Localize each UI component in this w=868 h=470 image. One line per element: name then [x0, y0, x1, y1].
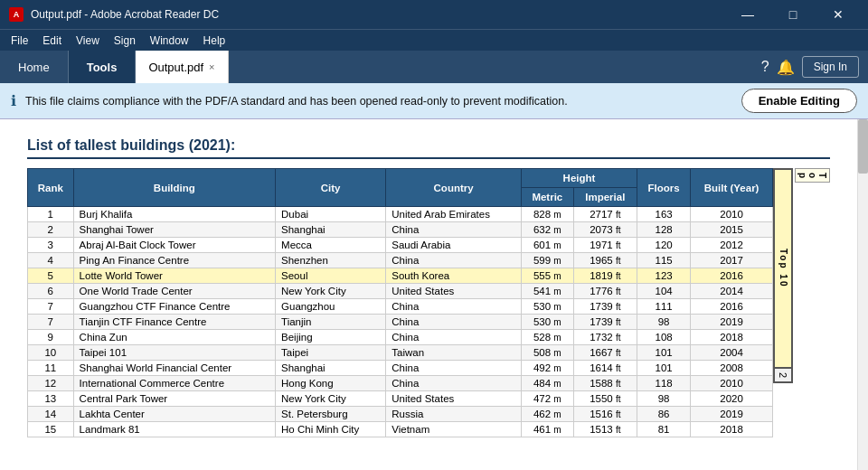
cell-metric: 828 m [521, 207, 573, 222]
cell-imperial: 1971 ft [573, 238, 637, 253]
cell-year: 2008 [691, 361, 773, 376]
cell-imperial: 1516 ft [573, 407, 637, 422]
cell-year: 2010 [691, 207, 773, 222]
cell-floors: 128 [637, 222, 690, 238]
cell-imperial: 2073 ft [573, 222, 637, 238]
menu-help[interactable]: Help [196, 33, 233, 49]
cell-metric: 472 m [521, 391, 573, 407]
tab-close-button[interactable]: × [209, 61, 214, 72]
info-bar: ℹ This file claims compliance with the P… [0, 83, 868, 119]
cell-city: Hong Kong [276, 376, 386, 391]
cell-building: Ping An Finance Centre [73, 253, 275, 268]
cell-year: 2004 [691, 345, 773, 361]
col-height-group: Height [521, 169, 637, 188]
menu-window[interactable]: Window [143, 33, 196, 49]
cell-rank: 13 [28, 391, 74, 407]
cell-rank: 6 [28, 284, 74, 299]
help-icon[interactable]: ? [761, 59, 769, 75]
cell-city: Guangzhou [276, 299, 386, 315]
col-country: Country [386, 169, 522, 207]
table-row: 14 Lakhta Center St. Petersburg Russia 4… [28, 407, 773, 422]
cell-year: 2015 [691, 222, 773, 238]
app-icon: A [9, 7, 24, 22]
tab-output-pdf[interactable]: Output.pdf × [136, 51, 228, 83]
scrollbar[interactable] [857, 119, 868, 470]
col-building: Building [73, 169, 275, 207]
cell-country: China [386, 376, 522, 391]
cell-year: 2018 [691, 422, 773, 437]
col-metric: Metric [521, 188, 573, 207]
cell-metric: 555 m [521, 268, 573, 284]
title-bar: A Output.pdf - Adobe Acrobat Reader DC —… [0, 0, 868, 29]
cell-floors: 111 [637, 299, 690, 315]
cell-country: China [386, 253, 522, 268]
cell-building: Lotte World Tower [73, 268, 275, 284]
cell-floors: 104 [637, 284, 690, 299]
cell-building: Taipei 101 [73, 345, 275, 361]
table-row: 9 China Zun Beijing China 528 m 1732 ft … [28, 330, 773, 345]
cell-rank: 7 [28, 315, 74, 330]
window-controls: — □ ✕ [727, 0, 859, 29]
cell-metric: 530 m [521, 315, 573, 330]
maximize-button[interactable]: □ [772, 0, 814, 29]
cell-metric: 462 m [521, 407, 573, 422]
cell-city: Shanghai [276, 222, 386, 238]
info-message: This file claims compliance with the PDF… [25, 95, 732, 108]
cell-country: China [386, 299, 522, 315]
cell-floors: 101 [637, 361, 690, 376]
scrollbar-thumb[interactable] [858, 119, 868, 174]
menu-sign[interactable]: Sign [107, 33, 143, 49]
cell-floors: 120 [637, 238, 690, 253]
minimize-button[interactable]: — [727, 0, 769, 29]
cell-metric: 484 m [521, 376, 573, 391]
cell-rank: 12 [28, 376, 74, 391]
enable-editing-button[interactable]: Enable Editing [741, 89, 857, 113]
cell-rank: 5 [28, 268, 74, 284]
cell-year: 2019 [691, 407, 773, 422]
cell-year: 2017 [691, 253, 773, 268]
cell-city: Mecca [276, 238, 386, 253]
table-row: 3 Abraj Al-Bait Clock Tower Mecca Saudi … [28, 238, 773, 253]
table-row: 6 One World Trade Center New York City U… [28, 284, 773, 299]
cell-year: 2019 [691, 315, 773, 330]
table-row: 12 International Commerce Centre Hong Ko… [28, 376, 773, 391]
app-title: Output.pdf - Adobe Acrobat Reader DC [31, 8, 219, 21]
cell-floors: 81 [637, 422, 690, 437]
cell-imperial: 1965 ft [573, 253, 637, 268]
col-year: Built (Year) [691, 169, 773, 207]
cell-city: Beijing [276, 330, 386, 345]
cell-imperial: 1732 ft [573, 330, 637, 345]
tab-home[interactable]: Home [0, 51, 69, 83]
table-row: 13 Central Park Tower New York City Unit… [28, 391, 773, 407]
table-row: 11 Shanghai World Financial Center Shang… [28, 361, 773, 376]
notification-icon[interactable]: 🔔 [777, 59, 795, 76]
sign-in-button[interactable]: Sign In [802, 56, 859, 78]
menu-view[interactable]: View [69, 33, 107, 49]
group2-side-label: 2 [775, 369, 791, 381]
top10-side-label: Top 10 [775, 170, 791, 369]
table-row: 2 Shanghai Tower Shanghai China 632 m 20… [28, 222, 773, 238]
tab-tools[interactable]: Tools [69, 51, 137, 83]
cell-imperial: 1513 ft [573, 422, 637, 437]
cell-country: Taiwan [386, 345, 522, 361]
menu-edit[interactable]: Edit [35, 33, 69, 49]
cell-city: Dubai [276, 207, 386, 222]
cell-country: United Arab Emirates [386, 207, 522, 222]
cell-rank: 9 [28, 330, 74, 345]
cell-imperial: 1550 ft [573, 391, 637, 407]
cell-country: China [386, 222, 522, 238]
cell-city: New York City [276, 284, 386, 299]
cell-year: 2020 [691, 391, 773, 407]
tab-file-name: Output.pdf [148, 61, 203, 74]
menu-file[interactable]: File [4, 33, 35, 49]
table-row: 1 Burj Khalifa Dubai United Arab Emirate… [28, 207, 773, 222]
cell-city: New York City [276, 391, 386, 407]
close-button[interactable]: ✕ [817, 0, 859, 29]
cell-country: Vietnam [386, 422, 522, 437]
table-row: 10 Taipei 101 Taipei Taiwan 508 m 1667 f… [28, 345, 773, 361]
info-icon: ℹ [11, 92, 16, 109]
cell-metric: 599 m [521, 253, 573, 268]
table-row: 7 Tianjin CTF Finance Centre Tianjin Chi… [28, 315, 773, 330]
table-row: 4 Ping An Finance Centre Shenzhen China … [28, 253, 773, 268]
content-area: List of tallest buildings (2021): Rank B… [0, 119, 868, 470]
